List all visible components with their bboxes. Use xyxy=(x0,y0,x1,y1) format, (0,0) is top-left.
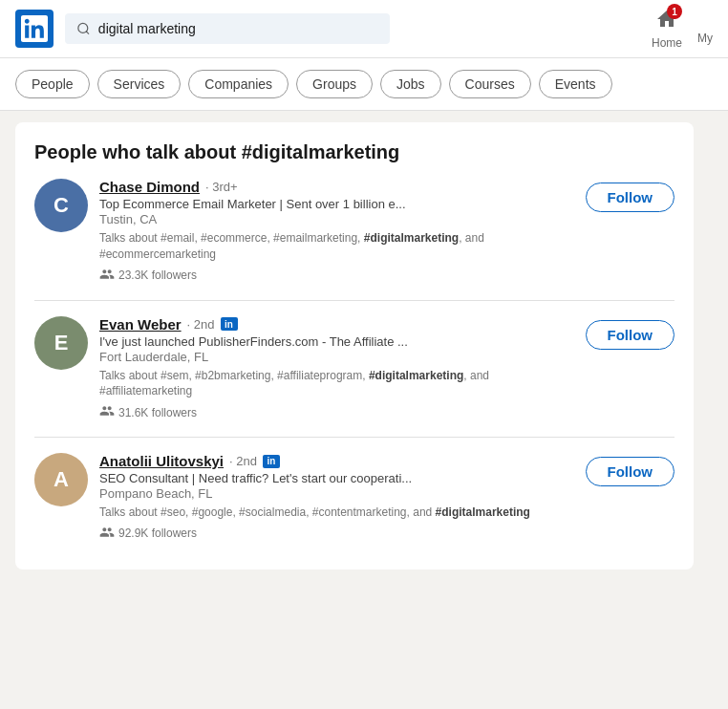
person-headline: Top Ecommerce Email Marketer | Sent over… xyxy=(99,197,574,211)
people-list: CChase Dimond· 3rd+Top Ecommerce Email M… xyxy=(34,179,674,558)
follow-button[interactable]: Follow xyxy=(586,183,675,212)
person-tags: Talks about #seo, #google, #socialmedia,… xyxy=(99,505,574,521)
svg-point-0 xyxy=(78,23,88,32)
person-tags: Talks about #email, #ecommerce, #emailma… xyxy=(99,230,574,263)
followers-line: 23.3K followers xyxy=(99,267,574,285)
follow-button[interactable]: Follow xyxy=(586,457,675,486)
in-badge: in xyxy=(221,317,238,331)
filter-tab-jobs[interactable]: Jobs xyxy=(380,70,441,98)
followers-count: 92.9K followers xyxy=(118,526,197,540)
linkedin-logo xyxy=(15,10,54,48)
search-bar[interactable] xyxy=(65,13,390,44)
person-location: Fort Lauderdale, FL xyxy=(99,350,574,364)
person-info: Chase Dimond· 3rd+Top Ecommerce Email Ma… xyxy=(99,179,574,285)
filter-tab-courses[interactable]: Courses xyxy=(449,70,531,98)
person-name-line: Chase Dimond· 3rd+ xyxy=(99,179,574,195)
home-label: Home xyxy=(652,36,682,50)
follow-button[interactable]: Follow xyxy=(586,320,675,350)
filter-tab-groups[interactable]: Groups xyxy=(296,70,373,98)
connection-degree: · 2nd xyxy=(187,317,215,332)
person-item: CChase Dimond· 3rd+Top Ecommerce Email M… xyxy=(34,179,674,300)
filter-tab-events[interactable]: Events xyxy=(539,70,612,98)
person-name[interactable]: Evan Weber xyxy=(99,316,182,333)
followers-line: 31.6K followers xyxy=(99,403,574,421)
filter-tab-services[interactable]: Services xyxy=(97,70,182,98)
person-item: AAnatolii Ulitovskyi· 2ndinSEO Consultan… xyxy=(34,437,674,558)
person-name[interactable]: Chase Dimond xyxy=(99,179,200,195)
main-content: People who talk about #digitalmarketing … xyxy=(0,111,728,581)
svg-line-1 xyxy=(86,32,89,34)
avatar: E xyxy=(34,316,88,370)
section-title: People who talk about #digitalmarketing xyxy=(34,141,674,163)
followers-icon xyxy=(99,267,115,285)
search-input[interactable] xyxy=(98,21,378,36)
in-badge: in xyxy=(263,455,280,468)
person-tags: Talks about #sem, #b2bmarketing, #affili… xyxy=(99,368,574,400)
followers-icon xyxy=(99,525,115,543)
person-headline: SEO Consultant | Need traffic? Let's sta… xyxy=(99,471,574,485)
person-name-line: Anatolii Ulitovskyi· 2ndin xyxy=(99,453,574,469)
followers-icon xyxy=(99,403,115,421)
person-item: EEvan Weber· 2ndinI've just launched Pub… xyxy=(34,300,674,438)
header: 1 Home My xyxy=(0,0,728,58)
people-card: People who talk about #digitalmarketing … xyxy=(15,122,694,569)
home-icon-wrap: 1 xyxy=(655,8,678,34)
person-info: Evan Weber· 2ndinI've just launched Publ… xyxy=(99,316,574,422)
my-label: My xyxy=(697,32,713,45)
linkedin-icon xyxy=(21,15,48,42)
person-name[interactable]: Anatolii Ulitovskyi xyxy=(99,453,224,469)
followers-count: 31.6K followers xyxy=(118,406,197,419)
filter-tab-companies[interactable]: Companies xyxy=(188,70,289,98)
person-location: Tustin, CA xyxy=(99,212,574,226)
notification-badge: 1 xyxy=(667,4,682,19)
home-nav[interactable]: 1 Home xyxy=(652,8,682,50)
followers-count: 23.3K followers xyxy=(118,269,197,282)
followers-line: 92.9K followers xyxy=(99,525,574,543)
person-info: Anatolii Ulitovskyi· 2ndinSEO Consultant… xyxy=(99,453,574,543)
person-location: Pompano Beach, FL xyxy=(99,486,574,501)
person-headline: I've just launched PublisherFinders.com … xyxy=(99,334,574,349)
filter-tabs: PeopleServicesCompaniesGroupsJobsCourses… xyxy=(0,58,728,111)
person-name-line: Evan Weber· 2ndin xyxy=(99,316,574,333)
connection-degree: · 2nd xyxy=(229,454,257,468)
header-nav: 1 Home My xyxy=(652,8,713,50)
search-icon xyxy=(76,21,91,36)
avatar: C xyxy=(34,179,88,232)
avatar: A xyxy=(34,453,88,506)
filter-tab-people[interactable]: People xyxy=(15,70,90,98)
connection-degree: · 3rd+ xyxy=(205,180,238,194)
